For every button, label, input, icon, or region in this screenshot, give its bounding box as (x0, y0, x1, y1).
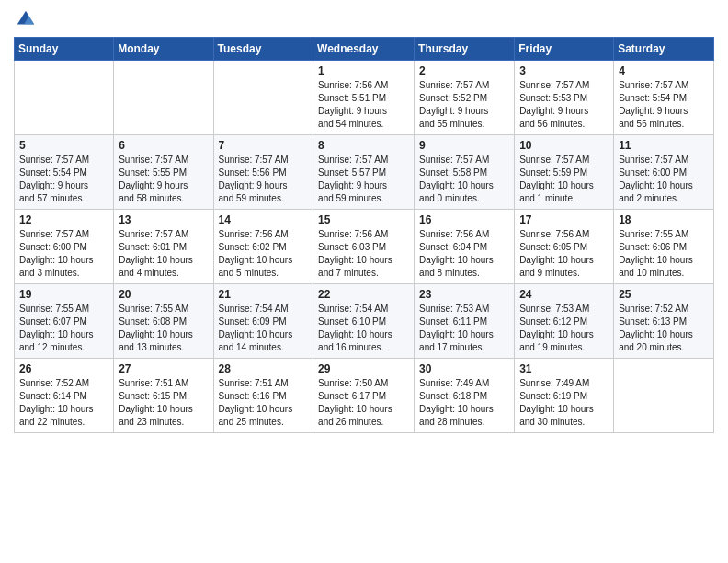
day-info: Sunrise: 7:57 AM Sunset: 5:54 PM Dayligh… (619, 79, 709, 131)
day-info: Sunrise: 7:51 AM Sunset: 6:16 PM Dayligh… (219, 377, 309, 429)
day-info: Sunrise: 7:56 AM Sunset: 6:03 PM Dayligh… (318, 228, 409, 280)
calendar-cell: 26Sunrise: 7:52 AM Sunset: 6:14 PM Dayli… (15, 359, 114, 433)
day-number: 3 (519, 64, 609, 77)
calendar-cell: 16Sunrise: 7:56 AM Sunset: 6:04 PM Dayli… (415, 210, 515, 284)
calendar-cell: 30Sunrise: 7:49 AM Sunset: 6:18 PM Dayli… (415, 359, 515, 433)
day-number: 18 (619, 213, 709, 226)
day-number: 10 (519, 139, 609, 152)
day-info: Sunrise: 7:53 AM Sunset: 6:12 PM Dayligh… (519, 303, 609, 354)
calendar-cell: 2Sunrise: 7:57 AM Sunset: 5:52 PM Daylig… (415, 61, 515, 135)
calendar-cell (213, 61, 313, 135)
calendar-cell (15, 61, 114, 135)
day-number: 29 (318, 362, 409, 375)
day-info: Sunrise: 7:57 AM Sunset: 5:55 PM Dayligh… (119, 154, 208, 205)
calendar-cell: 22Sunrise: 7:54 AM Sunset: 6:10 PM Dayli… (313, 284, 415, 359)
calendar-cell: 6Sunrise: 7:57 AM Sunset: 5:55 PM Daylig… (114, 135, 213, 210)
calendar-cell: 18Sunrise: 7:55 AM Sunset: 6:06 PM Dayli… (614, 210, 714, 284)
calendar-cell: 29Sunrise: 7:50 AM Sunset: 6:17 PM Dayli… (313, 359, 415, 433)
day-info: Sunrise: 7:57 AM Sunset: 6:00 PM Dayligh… (619, 154, 709, 205)
calendar-cell: 9Sunrise: 7:57 AM Sunset: 5:58 PM Daylig… (415, 135, 515, 210)
day-info: Sunrise: 7:54 AM Sunset: 6:09 PM Dayligh… (219, 303, 309, 354)
weekday-header-wednesday: Wednesday (313, 38, 415, 61)
calendar-cell: 3Sunrise: 7:57 AM Sunset: 5:53 PM Daylig… (515, 61, 614, 135)
calendar-cell: 24Sunrise: 7:53 AM Sunset: 6:12 PM Dayli… (515, 284, 614, 359)
calendar-cell: 19Sunrise: 7:55 AM Sunset: 6:07 PM Dayli… (15, 284, 114, 359)
day-number: 5 (19, 139, 108, 152)
calendar-cell: 28Sunrise: 7:51 AM Sunset: 6:16 PM Dayli… (213, 359, 313, 433)
day-info: Sunrise: 7:57 AM Sunset: 5:59 PM Dayligh… (519, 154, 609, 205)
calendar-table: SundayMondayTuesdayWednesdayThursdayFrid… (14, 37, 714, 433)
calendar-cell: 14Sunrise: 7:56 AM Sunset: 6:02 PM Dayli… (213, 210, 313, 284)
day-number: 12 (19, 213, 108, 226)
day-number: 22 (318, 288, 409, 301)
calendar-cell: 1Sunrise: 7:56 AM Sunset: 5:51 PM Daylig… (313, 61, 415, 135)
day-info: Sunrise: 7:55 AM Sunset: 6:08 PM Dayligh… (119, 303, 208, 354)
day-number: 11 (619, 139, 709, 152)
day-info: Sunrise: 7:56 AM Sunset: 6:04 PM Dayligh… (419, 228, 509, 280)
calendar-cell: 17Sunrise: 7:56 AM Sunset: 6:05 PM Dayli… (515, 210, 614, 284)
day-number: 14 (219, 213, 309, 226)
day-number: 9 (419, 139, 509, 152)
calendar-cell: 4Sunrise: 7:57 AM Sunset: 5:54 PM Daylig… (614, 61, 714, 135)
day-info: Sunrise: 7:56 AM Sunset: 6:02 PM Dayligh… (219, 228, 309, 280)
day-number: 27 (119, 362, 208, 375)
day-info: Sunrise: 7:57 AM Sunset: 6:00 PM Dayligh… (19, 228, 108, 280)
calendar-cell (114, 61, 213, 135)
calendar-cell: 5Sunrise: 7:57 AM Sunset: 5:54 PM Daylig… (15, 135, 114, 210)
header (14, 9, 714, 29)
day-number: 21 (219, 288, 309, 301)
day-info: Sunrise: 7:57 AM Sunset: 5:58 PM Dayligh… (419, 154, 509, 205)
calendar-cell: 27Sunrise: 7:51 AM Sunset: 6:15 PM Dayli… (114, 359, 213, 433)
calendar-cell: 20Sunrise: 7:55 AM Sunset: 6:08 PM Dayli… (114, 284, 213, 359)
day-number: 8 (318, 139, 409, 152)
logo (14, 9, 36, 29)
calendar-cell: 31Sunrise: 7:49 AM Sunset: 6:19 PM Dayli… (515, 359, 614, 433)
day-number: 6 (119, 139, 208, 152)
calendar-cell: 11Sunrise: 7:57 AM Sunset: 6:00 PM Dayli… (614, 135, 714, 210)
day-info: Sunrise: 7:49 AM Sunset: 6:18 PM Dayligh… (419, 377, 509, 429)
day-number: 2 (419, 64, 509, 77)
day-info: Sunrise: 7:57 AM Sunset: 5:53 PM Dayligh… (519, 79, 609, 131)
day-number: 23 (419, 288, 509, 301)
weekday-header-saturday: Saturday (614, 38, 714, 61)
day-info: Sunrise: 7:57 AM Sunset: 5:54 PM Dayligh… (19, 154, 108, 205)
weekday-header-monday: Monday (114, 38, 213, 61)
day-number: 4 (619, 64, 709, 77)
day-info: Sunrise: 7:57 AM Sunset: 6:01 PM Dayligh… (119, 228, 208, 280)
day-info: Sunrise: 7:56 AM Sunset: 5:51 PM Dayligh… (318, 79, 409, 131)
calendar-cell: 21Sunrise: 7:54 AM Sunset: 6:09 PM Dayli… (213, 284, 313, 359)
day-info: Sunrise: 7:57 AM Sunset: 5:56 PM Dayligh… (219, 154, 309, 205)
day-number: 13 (119, 213, 208, 226)
day-number: 24 (519, 288, 609, 301)
calendar-cell: 23Sunrise: 7:53 AM Sunset: 6:11 PM Dayli… (415, 284, 515, 359)
day-number: 30 (419, 362, 509, 375)
weekday-header-tuesday: Tuesday (213, 38, 313, 61)
day-info: Sunrise: 7:57 AM Sunset: 5:52 PM Dayligh… (419, 79, 509, 131)
logo-icon (16, 9, 36, 29)
calendar-cell (614, 359, 714, 433)
calendar-cell: 12Sunrise: 7:57 AM Sunset: 6:00 PM Dayli… (15, 210, 114, 284)
day-number: 25 (619, 288, 709, 301)
day-info: Sunrise: 7:49 AM Sunset: 6:19 PM Dayligh… (519, 377, 609, 429)
day-info: Sunrise: 7:51 AM Sunset: 6:15 PM Dayligh… (119, 377, 208, 429)
day-number: 31 (519, 362, 609, 375)
weekday-header-friday: Friday (515, 38, 614, 61)
calendar-cell: 8Sunrise: 7:57 AM Sunset: 5:57 PM Daylig… (313, 135, 415, 210)
day-info: Sunrise: 7:50 AM Sunset: 6:17 PM Dayligh… (318, 377, 409, 429)
day-info: Sunrise: 7:55 AM Sunset: 6:07 PM Dayligh… (19, 303, 108, 354)
day-number: 28 (219, 362, 309, 375)
weekday-header-thursday: Thursday (415, 38, 515, 61)
calendar-cell: 25Sunrise: 7:52 AM Sunset: 6:13 PM Dayli… (614, 284, 714, 359)
weekday-header-sunday: Sunday (15, 38, 114, 61)
day-info: Sunrise: 7:52 AM Sunset: 6:13 PM Dayligh… (619, 303, 709, 354)
day-number: 15 (318, 213, 409, 226)
day-info: Sunrise: 7:52 AM Sunset: 6:14 PM Dayligh… (19, 377, 108, 429)
day-info: Sunrise: 7:57 AM Sunset: 5:57 PM Dayligh… (318, 154, 409, 205)
day-info: Sunrise: 7:56 AM Sunset: 6:05 PM Dayligh… (519, 228, 609, 280)
calendar-cell: 13Sunrise: 7:57 AM Sunset: 6:01 PM Dayli… (114, 210, 213, 284)
day-info: Sunrise: 7:54 AM Sunset: 6:10 PM Dayligh… (318, 303, 409, 354)
calendar-cell: 7Sunrise: 7:57 AM Sunset: 5:56 PM Daylig… (213, 135, 313, 210)
day-number: 19 (19, 288, 108, 301)
day-number: 26 (19, 362, 108, 375)
day-number: 20 (119, 288, 208, 301)
